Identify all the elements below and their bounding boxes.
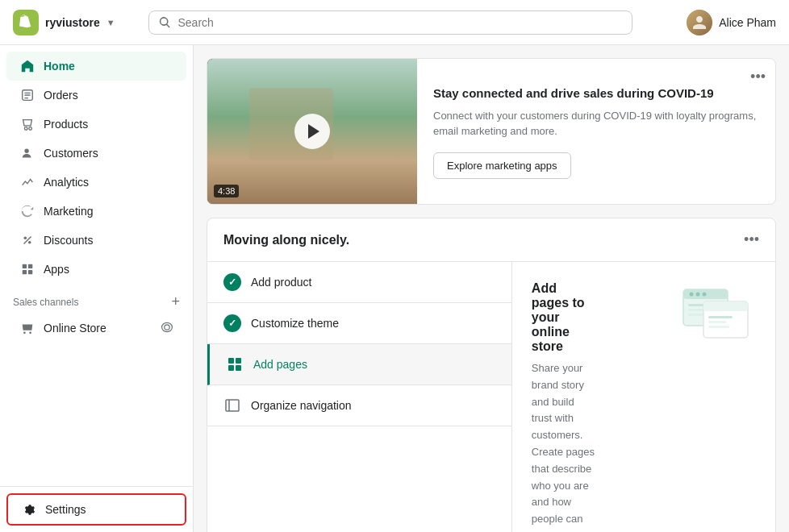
svg-point-16 — [696, 293, 700, 297]
svg-rect-25 — [708, 326, 729, 328]
svg-rect-10 — [236, 365, 241, 371]
shopify-logo-icon — [13, 10, 39, 35]
online-store-view-icon — [161, 321, 173, 336]
video-card: 4:38 ••• Stay connected and drive sales … — [207, 58, 776, 205]
progress-body: Add product Customize theme — [207, 262, 775, 532]
video-description: Connect with your customers during COVID… — [433, 108, 759, 139]
progress-item-add-product[interactable]: Add product — [207, 262, 511, 303]
progress-item-organize-nav[interactable]: Organize navigation — [207, 385, 511, 426]
discounts-icon — [19, 232, 35, 248]
sidebar-item-products[interactable]: Products — [6, 110, 186, 139]
progress-item-add-pages[interactable]: Add pages — [207, 344, 511, 385]
marketing-icon — [19, 203, 35, 219]
search-icon — [159, 16, 171, 29]
sales-channels-label: Sales channels — [13, 297, 78, 308]
sidebar-label-orders: Orders — [44, 89, 78, 102]
svg-rect-8 — [236, 358, 241, 364]
svg-rect-22 — [703, 301, 748, 311]
pages-illustration-icon — [679, 281, 752, 346]
detail-description: Share your brand story and build trust w… — [532, 360, 595, 532]
step-label-organize-nav: Organize navigation — [251, 399, 352, 412]
video-title: Stay connected and drive sales during CO… — [433, 85, 759, 102]
user-name-label: Alice Pham — [719, 16, 776, 29]
svg-rect-2 — [23, 264, 27, 268]
svg-rect-3 — [28, 264, 32, 268]
search-area — [148, 10, 632, 35]
sidebar-label-customers: Customers — [44, 147, 98, 160]
shopify-icon — [18, 15, 34, 31]
progress-title: Moving along nicely. — [223, 233, 349, 247]
svg-point-15 — [690, 293, 694, 297]
sidebar-label-analytics: Analytics — [44, 176, 89, 189]
video-card-menu-button[interactable]: ••• — [750, 69, 766, 85]
step-label-add-product: Add product — [251, 276, 312, 289]
sidebar-label-discounts: Discounts — [44, 234, 93, 247]
search-box — [148, 10, 632, 35]
detail-title: Add pages to your online store — [532, 281, 595, 354]
navigation-icon — [223, 397, 241, 414]
svg-rect-23 — [708, 316, 733, 318]
user-menu[interactable]: Alice Pham — [687, 10, 776, 35]
dropdown-icon: ▼ — [106, 18, 115, 27]
play-button[interactable] — [294, 114, 330, 149]
sidebar-item-marketing[interactable]: Marketing — [6, 197, 186, 226]
sidebar-nav: Home Orders Products Cu — [0, 45, 193, 486]
svg-rect-24 — [708, 321, 726, 323]
detail-inner: Add pages to your online store Share you… — [532, 281, 756, 532]
settings-label: Settings — [45, 503, 86, 516]
video-duration: 4:38 — [214, 185, 239, 197]
sidebar-item-apps[interactable]: Apps — [6, 255, 186, 284]
svg-rect-7 — [228, 358, 234, 364]
sales-channels-section: Sales channels + — [0, 284, 193, 314]
sidebar-item-discounts[interactable]: Discounts — [6, 226, 186, 255]
svg-point-6 — [165, 324, 169, 329]
orders-icon — [19, 87, 35, 103]
video-thumbnail[interactable]: 4:38 — [207, 59, 417, 204]
svg-rect-9 — [228, 365, 234, 371]
check-done-icon-customize-theme — [223, 314, 241, 332]
main-content: 4:38 ••• Stay connected and drive sales … — [194, 45, 789, 532]
svg-point-17 — [703, 293, 707, 297]
products-icon — [19, 116, 35, 132]
step-label-add-pages: Add pages — [253, 358, 307, 371]
home-icon — [19, 58, 35, 74]
detail-illustration — [675, 281, 756, 346]
video-content: ••• Stay connected and drive sales durin… — [417, 59, 775, 204]
online-store-icon — [19, 320, 35, 336]
sidebar-item-analytics[interactable]: Analytics — [6, 168, 186, 197]
progress-detail-panel: Add pages to your online store Share you… — [512, 262, 775, 532]
main-layout: Home Orders Products Cu — [0, 45, 789, 532]
avatar — [687, 10, 712, 35]
progress-list: Add product Customize theme — [207, 262, 512, 532]
settings-icon — [21, 501, 37, 517]
sidebar: Home Orders Products Cu — [0, 45, 194, 532]
sidebar-label-home: Home — [44, 60, 75, 73]
svg-point-0 — [24, 237, 27, 240]
sidebar-item-customers[interactable]: Customers — [6, 139, 186, 168]
check-done-icon-add-product — [223, 273, 241, 291]
topbar: ryviustore ▼ Alice Pham — [0, 0, 789, 45]
progress-card-menu-button[interactable]: ••• — [744, 231, 759, 248]
progress-card: Moving along nicely. ••• Add product Cus… — [207, 218, 776, 532]
analytics-icon — [19, 174, 35, 190]
online-store-label: Online Store — [44, 322, 106, 335]
svg-point-1 — [28, 241, 31, 244]
sidebar-label-apps: Apps — [44, 263, 69, 276]
customers-icon — [19, 145, 35, 161]
progress-header: Moving along nicely. ••• — [207, 218, 775, 262]
search-input[interactable] — [177, 16, 622, 29]
explore-marketing-apps-button[interactable]: Explore marketing apps — [433, 152, 571, 179]
svg-rect-4 — [23, 270, 27, 274]
sidebar-label-marketing: Marketing — [44, 205, 93, 218]
add-sales-channel-button[interactable]: + — [171, 293, 180, 310]
settings-button[interactable]: Settings — [6, 493, 186, 526]
progress-item-customize-theme[interactable]: Customize theme — [207, 303, 511, 344]
sidebar-bottom: Settings — [0, 486, 193, 532]
sidebar-item-home[interactable]: Home — [6, 52, 186, 81]
store-logo-area[interactable]: ryviustore ▼ — [13, 10, 115, 35]
sidebar-item-orders[interactable]: Orders — [6, 81, 186, 110]
user-avatar-icon — [691, 15, 708, 31]
sidebar-item-online-store[interactable]: Online Store — [6, 314, 186, 343]
pages-icon — [226, 355, 244, 373]
store-name: ryviustore — [45, 16, 100, 29]
